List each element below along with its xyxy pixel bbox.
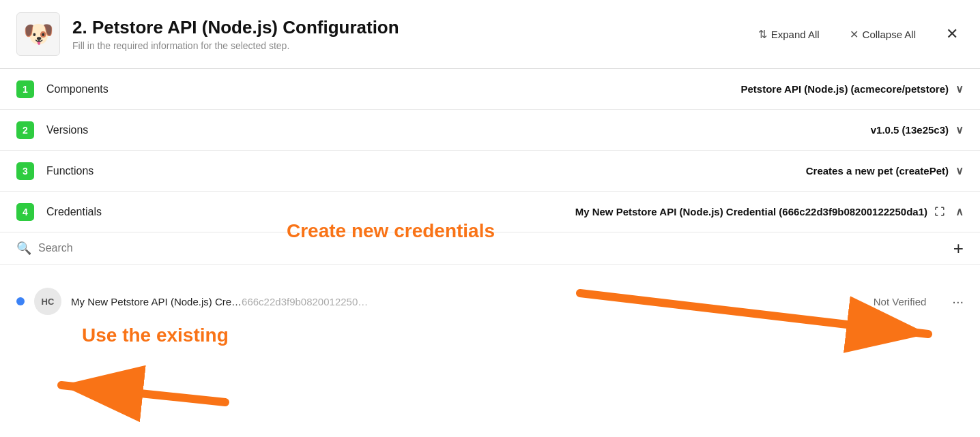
- versions-value: v1.0.5 (13e25c3) ∨: [871, 123, 964, 136]
- annotation-use-area: Use the existing: [0, 325, 980, 359]
- expand-window-icon[interactable]: ⛶: [934, 206, 945, 217]
- page-wrapper: 🐶 2. Petstore API (Node.js) Configuratio…: [0, 0, 980, 437]
- annotation-use-text: Use the existing: [82, 325, 229, 346]
- credential-name[interactable]: My New Petstore API (Node.js) Cre…666c22…: [71, 296, 368, 307]
- credentials-chevron[interactable]: ∧: [955, 205, 964, 218]
- search-input[interactable]: [38, 242, 947, 254]
- expand-all-label: Expand All: [771, 29, 820, 40]
- header-text: 2. Petstore API (Node.js) Configuration …: [72, 17, 740, 51]
- credentials-label: Credentials: [46, 206, 128, 218]
- search-icon: 🔍: [16, 241, 31, 256]
- credential-row: HC My New Petstore API (Node.js) Cre…666…: [0, 278, 980, 325]
- step-badge-3: 3: [16, 162, 34, 180]
- functions-value-text: Creates a new pet (createPet): [806, 165, 949, 177]
- components-label: Components: [46, 83, 128, 95]
- functions-label: Functions: [46, 165, 128, 177]
- collapse-all-icon: ✕: [850, 28, 859, 41]
- versions-label: Versions: [46, 124, 128, 136]
- credentials-row: 4 Credentials My New Petstore API (Node.…: [0, 192, 980, 232]
- credential-status-dot: [16, 297, 25, 305]
- credential-id-text: 666c22d3f9b0820012250…: [242, 296, 368, 307]
- components-row: 1 Components Petstore API (Node.js) (acm…: [0, 69, 980, 110]
- close-button[interactable]: ✕: [940, 22, 964, 46]
- versions-row: 2 Versions v1.0.5 (13e25c3) ∨: [0, 110, 980, 151]
- credential-menu-button[interactable]: ···: [952, 294, 964, 310]
- credentials-value-text: My New Petstore API (Node.js) Credential…: [575, 206, 927, 217]
- versions-chevron[interactable]: ∨: [955, 123, 964, 136]
- credential-status: Not Verified: [874, 296, 927, 307]
- expand-all-icon: ⇅: [758, 28, 767, 41]
- components-value-text: Petstore API (Node.js) (acmecore/petstor…: [740, 83, 949, 95]
- step-badge-1: 1: [16, 80, 34, 98]
- collapse-all-label: Collapse All: [863, 29, 916, 40]
- search-row: 🔍 +: [0, 232, 980, 265]
- spacer: [0, 265, 980, 278]
- collapse-all-button[interactable]: ✕ Collapse All: [844, 25, 921, 44]
- functions-row: 3 Functions Creates a new pet (createPet…: [0, 151, 980, 192]
- step-badge-2: 2: [16, 121, 34, 139]
- versions-value-text: v1.0.5 (13e25c3): [871, 124, 949, 136]
- components-value: Petstore API (Node.js) (acmecore/petstor…: [740, 82, 964, 95]
- functions-chevron[interactable]: ∨: [955, 164, 964, 177]
- avatar: 🐶: [16, 12, 60, 56]
- functions-value: Creates a new pet (createPet) ∨: [806, 164, 964, 177]
- credential-avatar: HC: [34, 288, 61, 315]
- page-subtitle: Fill in the required information for the…: [72, 40, 740, 51]
- header-actions: ⇅ Expand All ✕ Collapse All ✕: [753, 22, 964, 46]
- page-title: 2. Petstore API (Node.js) Configuration: [72, 17, 740, 38]
- credentials-value: My New Petstore API (Node.js) Credential…: [575, 205, 964, 218]
- step-badge-4: 4: [16, 203, 34, 221]
- expand-all-button[interactable]: ⇅ Expand All: [753, 25, 825, 44]
- header: 🐶 2. Petstore API (Node.js) Configuratio…: [0, 0, 980, 69]
- add-credential-button[interactable]: +: [953, 239, 964, 257]
- components-chevron[interactable]: ∨: [955, 82, 964, 95]
